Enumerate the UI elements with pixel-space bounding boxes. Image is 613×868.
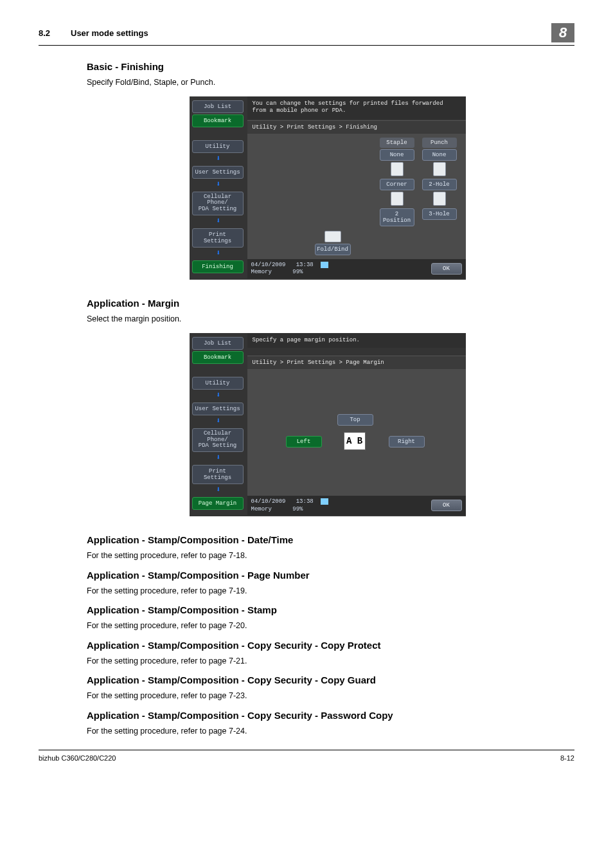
utility-button[interactable]: Utility <box>192 377 244 390</box>
punch-3hole-icon <box>433 192 446 206</box>
chapter-badge: 8 <box>551 23 574 42</box>
heading-application-margin: Application - Margin <box>87 298 568 309</box>
left-nav: Job List Bookmark Utility ⬇ User Setting… <box>190 96 247 279</box>
bookmark-button[interactable]: Bookmark <box>192 114 244 127</box>
print-settings-button[interactable]: Print Settings <box>192 465 244 484</box>
finishing-main-area: Staple Punch None None Corner 2-Hole 2 P… <box>247 134 466 259</box>
punch-3hole-button[interactable]: 3-Hole <box>422 208 457 220</box>
instruction-text: You can change the settings for printed … <box>247 96 466 119</box>
finishing-button[interactable]: Finishing <box>192 260 244 273</box>
margin-left-button[interactable]: Left <box>286 436 322 448</box>
punch-2hole-icon <box>433 162 446 176</box>
margin-right-button[interactable]: Right <box>389 436 425 448</box>
body-application-margin: Select the margin position. <box>87 314 568 325</box>
heading-stamp: Application - Stamp/Composition - Stamp <box>87 604 568 615</box>
arrow-down-icon: ⬇ <box>192 248 245 258</box>
status-memory-label: Memory <box>251 269 272 275</box>
status-bar: 04/10/2009 13:38 Memory 99% OK <box>247 259 466 278</box>
ok-button[interactable]: OK <box>431 263 462 275</box>
heading-datetime: Application - Stamp/Composition - Date/T… <box>87 534 568 545</box>
screenshot-margin: Job List Bookmark Utility ⬇ User Setting… <box>190 333 466 517</box>
heading-passwordcopy: Application - Stamp/Composition - Copy S… <box>87 710 568 721</box>
heading-pagenumber: Application - Stamp/Composition - Page N… <box>87 570 568 581</box>
footer-right: 8-12 <box>560 754 574 762</box>
cellular-pda-button[interactable]: Cellular Phone/ PDA Setting <box>192 192 244 216</box>
status-icon <box>321 262 328 268</box>
arrow-down-icon: ⬇ <box>192 416 245 426</box>
left-nav: Job List Bookmark Utility ⬇ User Setting… <box>190 333 247 516</box>
arrow-down-icon: ⬇ <box>192 453 245 462</box>
body-basic-finishing: Specify Fold/Bind, Staple, or Punch. <box>87 77 568 89</box>
status-date: 04/10/2009 <box>251 262 286 269</box>
status-icon <box>321 498 328 505</box>
footer-left: bizhub C360/C280/C220 <box>39 754 116 762</box>
heading-copyprotect: Application - Stamp/Composition - Copy S… <box>87 640 568 651</box>
page-margin-button[interactable]: Page Margin <box>192 497 244 510</box>
punch-none-button[interactable]: None <box>422 149 457 161</box>
arrow-down-icon: ⬇ <box>192 216 245 226</box>
arrow-down-icon: ⬇ <box>192 154 245 163</box>
fold-bind-icon <box>324 231 341 242</box>
heading-copyguard: Application - Stamp/Composition - Copy S… <box>87 674 568 685</box>
status-memory-label: Memory <box>251 506 272 512</box>
instruction-text: Specify a page margin position. <box>247 333 466 348</box>
staple-header: Staple <box>380 138 414 148</box>
bookmark-button[interactable]: Bookmark <box>192 351 244 364</box>
margin-top-button[interactable]: Top <box>337 414 373 426</box>
body-copyprotect: For the setting procedure, refer to page… <box>87 656 568 667</box>
ok-button[interactable]: OK <box>431 500 462 511</box>
page-footer: bizhub C360/C280/C220 8-12 <box>39 750 574 762</box>
print-settings-button[interactable]: Print Settings <box>192 228 244 248</box>
user-settings-button[interactable]: User Settings <box>192 166 244 179</box>
arrow-down-icon: ⬇ <box>192 179 245 189</box>
status-time: 13:38 <box>296 262 314 269</box>
body-stamp: For the setting procedure, refer to page… <box>87 620 568 632</box>
section-title: User mode settings <box>71 28 551 38</box>
margin-ab-icon: A B <box>344 432 366 450</box>
job-list-button[interactable]: Job List <box>192 100 244 113</box>
arrow-down-icon: ⬇ <box>192 390 245 400</box>
status-memory-value: 99% <box>292 506 303 512</box>
page-header: 8.2 User mode settings 8 <box>39 23 574 46</box>
status-bar: 04/10/2009 13:38 Memory 99% OK <box>247 496 466 515</box>
staple-corner-button[interactable]: Corner <box>380 179 414 190</box>
body-passwordcopy: For the setting procedure, refer to page… <box>87 726 568 737</box>
breadcrumb: Utility > Print Settings > Page Margin <box>247 356 466 369</box>
staple-corner-icon <box>391 162 404 176</box>
utility-button[interactable]: Utility <box>192 140 244 153</box>
status-time: 13:38 <box>296 499 314 505</box>
body-datetime: For the setting procedure, refer to page… <box>87 550 568 562</box>
body-copyguard: For the setting procedure, refer to page… <box>87 691 568 702</box>
section-number: 8.2 <box>39 28 71 38</box>
breadcrumb: Utility > Print Settings > Finishing <box>247 120 466 134</box>
staple-2position-button[interactable]: 2 Position <box>380 208 414 226</box>
cellular-pda-button[interactable]: Cellular Phone/ PDA Setting <box>192 428 244 453</box>
staple-2pos-icon <box>391 192 404 206</box>
staple-none-button[interactable]: None <box>380 149 414 161</box>
heading-basic-finishing: Basic - Finishing <box>87 61 568 72</box>
fold-bind-button[interactable]: Fold/Bind <box>315 244 351 255</box>
status-date: 04/10/2009 <box>251 499 286 505</box>
punch-header: Punch <box>422 138 457 148</box>
punch-2hole-button[interactable]: 2-Hole <box>422 179 457 190</box>
margin-main-area: Top Left A B Right <box>247 369 466 496</box>
user-settings-button[interactable]: User Settings <box>192 402 244 415</box>
job-list-button[interactable]: Job List <box>192 337 244 350</box>
arrow-down-icon: ⬇ <box>192 485 245 494</box>
body-pagenumber: For the setting procedure, refer to page… <box>87 586 568 597</box>
status-memory-value: 99% <box>292 269 303 275</box>
screenshot-finishing: Job List Bookmark Utility ⬇ User Setting… <box>190 96 466 280</box>
